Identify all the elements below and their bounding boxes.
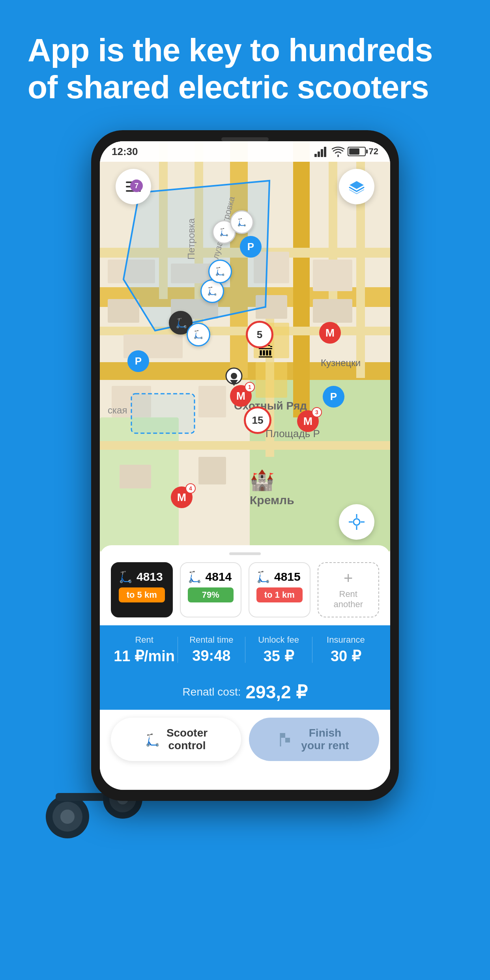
kremlin-icon: 🏰 — [250, 469, 274, 492]
map-svg: Петровка луза Дмитровка Охотный Ряд Площ… — [100, 141, 390, 552]
scooter-icon-4813: 🛴 — [119, 570, 133, 584]
svg-text:🛴: 🛴 — [145, 733, 160, 747]
info-insurance: Insurance 30 ₽ — [312, 635, 379, 665]
svg-text:🛴: 🛴 — [176, 317, 187, 329]
scooter-card-4814[interactable]: 🛴 4814 79% — [180, 562, 242, 617]
svg-rect-40 — [120, 465, 151, 488]
metro-badge-3: 3 — [312, 407, 322, 417]
metro-badge-4: 4 — [185, 483, 196, 494]
map-area[interactable]: Петровка луза Дмитровка Охотный Ряд Площ… — [100, 141, 390, 552]
rent-another-label: Rent another — [325, 589, 372, 610]
scooter-marker-2[interactable]: 🛴 — [208, 260, 232, 283]
wifi-icon — [332, 146, 344, 157]
unlock-fee-label: Unlock fee — [245, 635, 312, 645]
svg-rect-31 — [108, 299, 139, 323]
metro-marker-kr[interactable]: М — [319, 322, 341, 344]
scooter-marker-5[interactable]: 🛴 — [230, 210, 254, 234]
metro-marker-3[interactable]: М 3 — [297, 410, 319, 432]
scooter-marker-3[interactable]: 🛴 — [187, 323, 210, 346]
scooter-card-4813[interactable]: 🛴 4813 to 5 km — [111, 562, 173, 617]
scooter-id-4815: 4815 — [274, 570, 301, 584]
scooter-control-text: Scooter control — [166, 727, 208, 752]
rent-another-card[interactable]: + Rent another — [318, 562, 380, 617]
svg-rect-21 — [293, 141, 310, 417]
info-rental-time: Rental time 39:48 — [178, 635, 245, 665]
scooter-badge-4815: to 1 km — [256, 587, 303, 602]
finish-rent-button[interactable]: Finish your rent — [249, 718, 379, 761]
action-buttons: 🛴 Scooter control — [100, 710, 390, 761]
speed-sign-5: 5 — [246, 321, 273, 348]
metro-marker-4[interactable]: М 4 — [171, 486, 193, 508]
plus-icon: + — [344, 570, 353, 586]
finish-rent-icon — [279, 731, 295, 747]
card-top-4813: 🛴 4813 — [119, 570, 165, 584]
user-marker — [224, 366, 244, 390]
hero-title: App is the key to hundreds of shared ele… — [28, 32, 462, 106]
insurance-label: Insurance — [312, 635, 379, 645]
svg-text:🛴: 🛴 — [237, 218, 247, 227]
scooter-cards-row: 🛴 4813 to 5 km 🛴 4814 79% — [100, 555, 390, 617]
card-top-4814: 🛴 4814 — [188, 570, 234, 584]
svg-rect-23 — [100, 327, 390, 335]
rental-time-value: 39:48 — [178, 647, 245, 664]
svg-rect-42 — [198, 457, 226, 484]
phone-shell: 12:30 — [91, 130, 399, 801]
svg-text:🛴: 🛴 — [219, 228, 229, 237]
rental-cost-value: 293,2 ₽ — [245, 681, 307, 703]
scooter-id-4814: 4814 — [206, 570, 232, 584]
location-icon — [348, 513, 365, 531]
rental-time-label: Rental time — [178, 635, 245, 645]
svg-rect-69 — [281, 733, 285, 738]
scooter-card-4815[interactable]: 🛴 4815 to 1 km — [249, 562, 310, 617]
svg-point-54 — [353, 519, 360, 525]
finish-rent-text: Finish your rent — [301, 727, 349, 752]
svg-text:Кремль: Кремль — [250, 494, 294, 507]
svg-rect-24 — [100, 441, 390, 450]
battery-icon — [348, 147, 366, 156]
scooter-control-button[interactable]: 🛴 Scooter control — [111, 718, 241, 761]
panel-handle — [229, 552, 261, 555]
phone-mockup: 12:30 — [67, 130, 423, 919]
svg-text:🛴: 🛴 — [215, 266, 225, 277]
speed-sign-15: 15 — [244, 406, 271, 434]
scooter-icon-4815: 🛴 — [256, 570, 270, 584]
signal-icon — [314, 146, 329, 157]
scooter-control-icon: 🛴 — [144, 731, 160, 747]
parking-marker-1[interactable]: P — [240, 236, 262, 258]
svg-rect-37 — [313, 260, 352, 291]
bottom-panel: 🛴 4813 to 5 km 🛴 4814 79% — [100, 545, 390, 790]
scooter-icon-4814: 🛴 — [188, 570, 202, 584]
user-location — [224, 366, 244, 391]
battery-level: 72 — [369, 146, 378, 157]
metro-badge-1: 1 — [245, 382, 255, 392]
unlock-fee-value: 35 ₽ — [245, 647, 312, 665]
layers-icon — [348, 178, 365, 195]
svg-text:Кузнецки: Кузнецки — [321, 357, 361, 368]
svg-rect-11 — [314, 154, 317, 157]
info-row: Rent 11 ₽/min Rental time 39:48 Unlock f… — [100, 625, 390, 674]
svg-point-67 — [231, 373, 237, 379]
layers-button[interactable] — [339, 169, 374, 204]
rent-label: Rent — [111, 635, 178, 645]
status-bar: 12:30 — [100, 141, 390, 162]
svg-point-2 — [60, 810, 75, 824]
rent-value: 11 ₽/min — [111, 647, 178, 665]
status-time: 12:30 — [112, 146, 138, 158]
scooter-id-4813: 4813 — [137, 570, 163, 584]
svg-text:Петровка: Петровка — [186, 218, 196, 260]
scooter-badge-4814: 79% — [188, 587, 234, 602]
parking-marker-2[interactable]: P — [127, 350, 149, 372]
parking-marker-3[interactable]: P — [323, 386, 344, 408]
cost-row: Renatl cost: 293,2 ₽ — [100, 674, 390, 710]
card-top-4815: 🛴 4815 — [256, 570, 303, 584]
location-button[interactable] — [339, 504, 374, 540]
insurance-value: 30 ₽ — [312, 647, 379, 665]
rental-cost-label: Renatl cost: — [183, 686, 241, 698]
svg-rect-13 — [321, 149, 323, 157]
menu-button[interactable]: 7 — [116, 169, 151, 204]
svg-text:ская: ская — [108, 405, 127, 415]
svg-rect-71 — [281, 738, 285, 742]
info-unlock-fee: Unlock fee 35 ₽ — [245, 635, 312, 665]
svg-rect-72 — [285, 738, 290, 742]
svg-rect-70 — [285, 733, 290, 738]
